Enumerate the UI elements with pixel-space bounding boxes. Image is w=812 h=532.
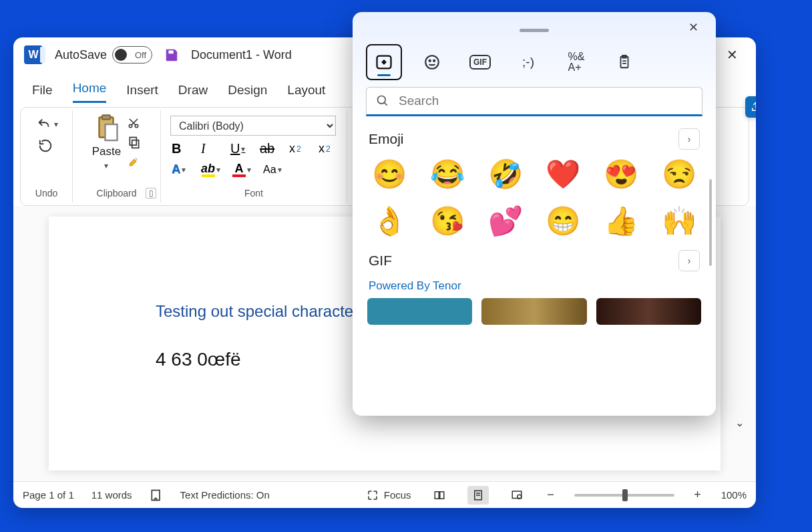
section-gif-expand[interactable]: › [678, 250, 700, 271]
focus-mode-label: Focus [384, 489, 411, 501]
zoom-slider[interactable] [574, 494, 674, 497]
focus-mode-button[interactable]: Focus [367, 489, 411, 501]
group-clipboard: Paste ▾ Clipboard ▯ [73, 110, 161, 203]
tab-layout[interactable]: Layout [287, 83, 325, 103]
gif-powered-by[interactable]: Powered By Tenor [369, 279, 700, 293]
paste-button[interactable]: Paste ▾ [92, 114, 121, 170]
panel-close-button[interactable]: ✕ [688, 20, 698, 35]
font-name-select[interactable]: Calibri (Body) [170, 116, 336, 136]
strikethrough-button[interactable]: ab [260, 141, 277, 156]
section-emoji-title: Emoji [369, 131, 404, 147]
underline-button[interactable]: U ▾ [230, 141, 248, 156]
emoji-search[interactable] [366, 87, 702, 116]
autosave-state: Off [135, 50, 146, 60]
emoji-item[interactable]: 😍 [603, 160, 640, 188]
superscript-button[interactable]: x2 [319, 142, 336, 156]
emoji-item[interactable]: 🤣 [487, 160, 524, 188]
clipboard-dialog-launcher[interactable]: ▯ [146, 188, 156, 198]
zoom-percent[interactable]: 100% [721, 489, 747, 501]
svg-point-21 [378, 96, 386, 104]
emoji-search-input[interactable] [399, 94, 692, 108]
emoji-item[interactable]: 😒 [660, 160, 697, 188]
panel-scrollbar[interactable] [709, 179, 712, 266]
zoom-slider-thumb[interactable] [622, 489, 628, 501]
gif-thumbnail[interactable] [596, 298, 701, 325]
section-emoji-header: Emoji › [369, 128, 700, 150]
search-icon [376, 94, 389, 108]
autosave-control[interactable]: AutoSave Off [55, 46, 152, 63]
group-font-label: Font [244, 188, 263, 198]
format-painter-button[interactable] [128, 156, 141, 169]
tab-clipboard-history[interactable] [606, 44, 642, 80]
subscript-button[interactable]: x2 [289, 142, 307, 156]
svg-point-16 [433, 60, 435, 61]
italic-button[interactable]: I [201, 141, 218, 156]
gif-thumbnail[interactable] [367, 298, 472, 325]
status-page[interactable]: Page 1 of 1 [23, 489, 74, 501]
redo-button[interactable] [38, 138, 55, 153]
emoji-item[interactable]: 😁 [545, 207, 582, 235]
emoji-item[interactable]: 😘 [429, 207, 466, 235]
status-proofing-icon[interactable] [150, 489, 163, 502]
web-layout-button[interactable] [506, 486, 528, 505]
copy-button[interactable] [128, 136, 141, 149]
zoom-out-button[interactable]: − [545, 488, 557, 502]
panel-header: ✕ [366, 19, 702, 41]
autosave-label: AutoSave [55, 48, 107, 62]
tab-design[interactable]: Design [228, 83, 267, 103]
tab-symbols[interactable]: %&A+ [558, 44, 594, 80]
close-window-button[interactable]: ✕ [719, 47, 745, 63]
status-text-predictions[interactable]: Text Predictions: On [180, 489, 270, 501]
emoji-item[interactable]: 🙌 [660, 207, 697, 235]
section-emoji-expand[interactable]: › [678, 128, 700, 150]
emoji-item[interactable]: 👍 [603, 207, 640, 235]
tab-recent[interactable] [366, 44, 402, 80]
svg-rect-1 [102, 116, 110, 120]
tab-draw[interactable]: Draw [178, 83, 208, 103]
collapse-ribbon-button[interactable]: ⌄ [735, 416, 744, 429]
statusbar: Page 1 of 1 11 words Text Predictions: O… [13, 481, 756, 508]
tab-file[interactable]: File [32, 83, 53, 103]
drag-handle[interactable] [520, 29, 549, 32]
cut-button[interactable] [128, 117, 141, 129]
emoji-item[interactable]: 💕 [487, 207, 524, 235]
group-clipboard-label: Clipboard [97, 188, 137, 198]
print-layout-button[interactable] [467, 486, 489, 505]
tab-emoji[interactable] [414, 44, 450, 80]
autosave-toggle[interactable]: Off [112, 46, 152, 63]
font-color-button[interactable]: A▾ [232, 162, 251, 177]
word-app-icon: W [24, 45, 43, 64]
zoom-in-button[interactable]: + [692, 488, 704, 502]
emoji-item[interactable]: 😂 [429, 160, 466, 188]
document-title: Document1 - Word [191, 48, 292, 62]
paste-label: Paste [92, 145, 121, 158]
tab-insert[interactable]: Insert [126, 83, 158, 103]
emoji-item[interactable]: ❤️ [545, 160, 582, 188]
highlight-button[interactable]: ab▾ [201, 162, 220, 177]
text-effects-button[interactable]: A▾ [172, 162, 189, 176]
tab-home[interactable]: Home [73, 81, 107, 103]
tab-kaomoji[interactable]: ;-) [510, 44, 546, 80]
change-case-button[interactable]: Aa ▾ [263, 164, 282, 176]
svg-line-22 [385, 103, 387, 106]
emoji-item[interactable]: 😊 [371, 160, 408, 188]
tab-gif[interactable]: GIF [462, 44, 498, 80]
panel-category-tabs: GIF ;-) %&A+ [366, 41, 702, 87]
svg-rect-6 [130, 138, 137, 146]
status-word-count[interactable]: 11 words [91, 489, 132, 501]
undo-button[interactable]: ▾ [35, 117, 58, 132]
share-button[interactable] [745, 96, 756, 118]
toggle-knob [115, 49, 127, 61]
group-font: Calibri (Body) B I U ▾ ab x2 x2 A▾ a [161, 110, 347, 203]
svg-rect-2 [106, 124, 118, 140]
save-icon[interactable] [164, 47, 179, 62]
gif-row [366, 298, 702, 325]
group-undo-label: Undo [35, 188, 57, 198]
read-mode-button[interactable] [429, 486, 450, 505]
group-undo: ▾ Undo [21, 110, 73, 203]
emoji-grid: 😊 😂 🤣 ❤️ 😍 😒 👌 😘 💕 😁 👍 🙌 [366, 155, 702, 238]
section-gif-title: GIF [369, 253, 392, 269]
bold-button[interactable]: B [172, 141, 189, 156]
emoji-item[interactable]: 👌 [371, 207, 408, 235]
gif-thumbnail[interactable] [481, 298, 586, 325]
